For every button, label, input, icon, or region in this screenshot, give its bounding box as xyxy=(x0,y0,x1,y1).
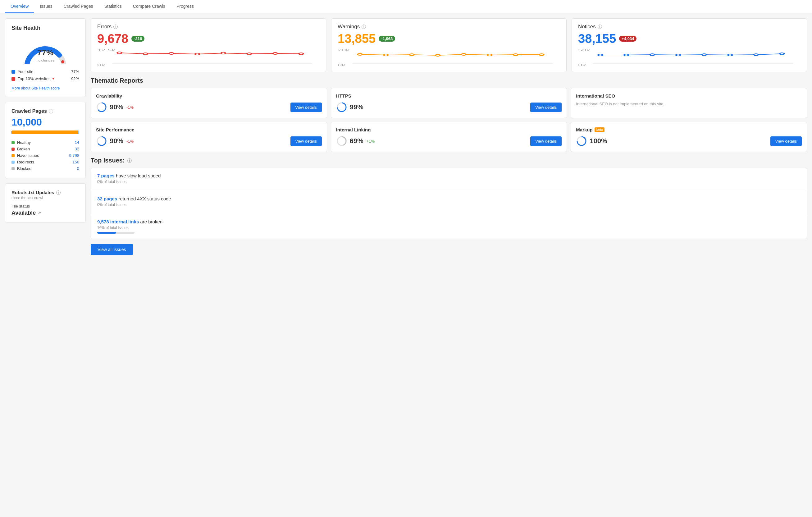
your-site-label: Your site xyxy=(18,69,33,74)
report-https: HTTPS 99% View details xyxy=(331,88,567,118)
https-view-details-btn[interactable]: View details xyxy=(530,103,562,112)
top-issues-title: Top Issues: i xyxy=(91,157,807,164)
markup-score-text: 100% xyxy=(589,137,607,145)
dot-issues xyxy=(11,154,14,157)
top10-color xyxy=(11,77,15,81)
svg-point-20 xyxy=(514,54,518,56)
issues-list: 7 pages have slow load speed 0% of total… xyxy=(91,168,807,239)
report-https-title: HTTPS xyxy=(336,93,562,98)
svg-point-15 xyxy=(384,54,388,56)
top-issues-section: Top Issues: i 7 pages have slow load spe… xyxy=(91,157,807,255)
int-link-change: +1% xyxy=(367,139,375,144)
dot-broken xyxy=(11,148,14,151)
report-crawlability-title: Crawlability xyxy=(96,93,322,98)
errors-title: Errors i xyxy=(97,24,320,30)
warnings-title: Warnings i xyxy=(338,24,560,30)
sidebar: Site Health 77% no changes xyxy=(5,18,86,511)
tab-compare-crawls[interactable]: Compare Crawls xyxy=(127,0,171,13)
errors-sparkline: 12.5k 0k xyxy=(97,48,320,67)
markup-beta-badge: beta xyxy=(594,127,605,132)
issue-slow-load-link[interactable]: 7 pages xyxy=(97,173,115,178)
notices-info-icon[interactable]: i xyxy=(598,25,602,29)
errors-value: 9,678 xyxy=(97,32,128,46)
stat-healthy: Healthy 14 xyxy=(11,139,79,146)
site-perf-score-text: 90% xyxy=(110,137,123,145)
svg-text:12.5k: 12.5k xyxy=(97,49,116,52)
gauge-percent: 77% xyxy=(21,48,70,57)
svg-point-25 xyxy=(598,54,602,56)
tab-statistics[interactable]: Statistics xyxy=(99,0,127,13)
report-site-performance-title: Site Performance xyxy=(96,127,322,132)
crawled-pages-card: Crawled Pages i 10,000 Healthy 14 Broken… xyxy=(5,102,86,178)
stat-redirects: Redirects 156 xyxy=(11,159,79,165)
site-perf-gauge xyxy=(96,136,107,147)
robots-info-icon[interactable]: i xyxy=(56,191,61,195)
site-perf-view-details-btn[interactable]: View details xyxy=(290,136,322,146)
svg-point-16 xyxy=(410,54,414,56)
svg-point-17 xyxy=(436,54,440,56)
svg-point-9 xyxy=(273,53,278,54)
svg-point-26 xyxy=(624,54,629,56)
tab-overview[interactable]: Overview xyxy=(5,0,34,13)
errors-badge: -316 xyxy=(132,36,144,41)
report-crawlability-score: 90% -1% xyxy=(96,102,134,113)
svg-point-19 xyxy=(487,54,492,56)
reports-grid: Crawlability 90% -1% View details xyxy=(91,88,807,152)
crawlability-view-details-btn[interactable]: View details xyxy=(290,103,322,112)
errors-info-icon[interactable]: i xyxy=(113,25,118,29)
warnings-info-icon[interactable]: i xyxy=(361,25,366,29)
crawled-pages-title: Crawled Pages i xyxy=(11,109,79,114)
top10-arrow: ▼ xyxy=(52,77,55,81)
dot-healthy xyxy=(11,141,14,144)
stat-broken-value: 32 xyxy=(75,147,79,151)
legend-your-site: Your site 77% xyxy=(11,68,79,75)
view-all-issues-btn[interactable]: View all issues xyxy=(91,244,133,255)
dot-blocked xyxy=(11,167,14,170)
stat-redirects-value: 156 xyxy=(72,160,79,164)
issue-4xx-sub: 0% of total issues xyxy=(97,203,801,207)
notices-sparkline: 50k 0k xyxy=(578,48,801,67)
more-about-score-link[interactable]: More about Site Health score xyxy=(11,86,60,90)
issue-4xx-link[interactable]: 32 pages xyxy=(97,196,117,201)
notices-title: Notices i xyxy=(578,24,801,30)
issue-broken-links-link[interactable]: 9,578 internal links xyxy=(97,219,139,224)
your-site-color xyxy=(11,70,15,74)
report-internal-linking-body: 69% +1% View details xyxy=(336,136,562,147)
svg-point-7 xyxy=(221,52,226,54)
notices-badge: +4,034 xyxy=(619,36,637,41)
tab-crawled-pages[interactable]: Crawled Pages xyxy=(58,0,99,13)
report-https-score: 99% xyxy=(336,102,364,113)
errors-value-row: 9,678 -316 xyxy=(97,32,320,46)
dot-redirects xyxy=(11,161,14,164)
int-link-view-details-btn[interactable]: View details xyxy=(530,136,562,146)
site-health-card: Site Health 77% no changes xyxy=(5,18,86,97)
gauge-container: 77% no changes xyxy=(21,36,70,64)
top-issues-info-icon[interactable]: i xyxy=(127,159,132,163)
issue-4xx-text: 32 pages returned 4XX status code xyxy=(97,196,801,201)
crawled-pages-info-icon[interactable]: i xyxy=(49,109,53,113)
report-internal-linking-score: 69% +1% xyxy=(336,136,375,147)
warnings-sparkline: 20k 0k xyxy=(338,48,560,67)
issue-4xx-rest: returned 4XX status code xyxy=(117,196,171,201)
notices-card: Notices i 38,155 +4,034 50k 0k xyxy=(572,18,807,72)
issue-4xx: 32 pages returned 4XX status code 0% of … xyxy=(91,191,807,214)
notices-value-row: 38,155 +4,034 xyxy=(578,32,801,46)
tab-issues[interactable]: Issues xyxy=(34,0,58,13)
svg-point-32 xyxy=(780,53,784,55)
ext-link-icon[interactable]: ↗ xyxy=(37,211,41,215)
int-link-score-text: 69% xyxy=(350,137,364,145)
issue-slow-load: 7 pages have slow load speed 0% of total… xyxy=(91,168,807,191)
intl-seo-note: International SEO is not implemented on … xyxy=(576,102,802,106)
metrics-row: Errors i 9,678 -316 12.5k 0k xyxy=(91,18,807,72)
svg-point-30 xyxy=(728,54,732,56)
notices-value: 38,155 xyxy=(578,32,616,46)
tab-progress[interactable]: Progress xyxy=(171,0,199,13)
robots-title: Robots.txt Updates i xyxy=(11,190,79,195)
markup-view-details-btn[interactable]: View details xyxy=(771,136,802,146)
svg-point-8 xyxy=(247,53,251,55)
svg-point-14 xyxy=(357,53,362,55)
report-markup: Markup beta 100% View details xyxy=(571,122,807,152)
issue-slow-load-text: 7 pages have slow load speed xyxy=(97,173,801,178)
svg-point-18 xyxy=(462,53,466,55)
crawlability-gauge xyxy=(96,102,107,113)
